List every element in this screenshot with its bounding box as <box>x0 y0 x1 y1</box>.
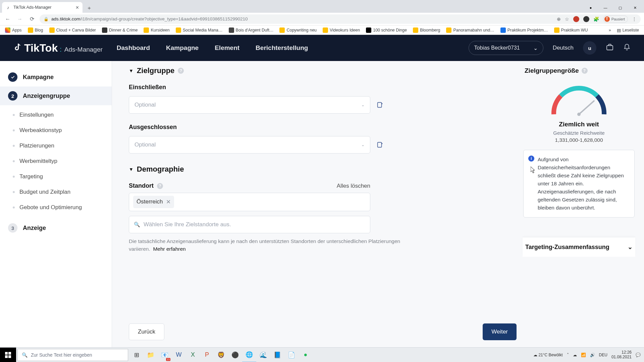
nav-campaign[interactable]: Kampagne <box>166 44 199 52</box>
taskbar-search[interactable]: 🔍 Zur Suche Text hier eingeben <box>17 349 128 361</box>
browser-tab[interactable]: ♪ TikTok Ads-Manager ✕ <box>2 2 83 13</box>
nav-reporting[interactable]: Berichterstellung <box>256 44 308 52</box>
help-icon[interactable]: ? <box>157 183 163 189</box>
user-avatar[interactable]: u <box>583 41 596 55</box>
chrome-icon[interactable]: 🌐 <box>242 348 256 362</box>
bookmark-item[interactable]: Videokurs Ideen <box>320 26 362 34</box>
obs-icon[interactable]: ⚫ <box>228 348 242 362</box>
back-button[interactable]: ← <box>3 15 12 23</box>
step-campaign[interactable]: Kampagne <box>0 68 112 86</box>
sidebar-item-budget-schedule[interactable]: Budget und Zeitplan <box>0 184 112 200</box>
bookmark-item[interactable]: Praktikum WU <box>552 26 590 34</box>
back-button[interactable]: Zurück <box>129 323 164 340</box>
bookmark-item[interactable]: Blog <box>25 26 46 34</box>
weather-widget[interactable]: ☁ 21°C Bewölkt <box>533 353 563 357</box>
chrome-account-dot[interactable]: ● <box>584 3 598 13</box>
zoom-icon[interactable]: ⊕ <box>557 16 561 22</box>
exclude-audience-select[interactable]: Optional ⌄ <box>129 136 370 154</box>
sidebar-item-targeting[interactable]: Targeting <box>0 169 112 184</box>
step-ad[interactable]: 3 Anzeige <box>0 219 112 237</box>
profile-status: Pausiert <box>611 17 625 21</box>
new-tab-button[interactable]: ＋ <box>85 3 94 13</box>
clear-all-locations-link[interactable]: Alles löschen <box>337 182 370 190</box>
language-selector[interactable]: Deutsch <box>553 45 574 51</box>
profile-chip[interactable]: T Pausiert <box>603 15 628 23</box>
file-explorer-icon[interactable]: 📁 <box>144 348 158 362</box>
powerpoint-icon[interactable]: P <box>200 348 214 362</box>
account-selector[interactable]: Tobias Becker0731 ⌄ <box>469 41 543 55</box>
task-view-icon[interactable]: ⊞ <box>129 348 144 362</box>
notepad-icon[interactable]: 📄 <box>284 348 299 362</box>
bookmark-item[interactable]: Social Media Mana… <box>173 26 225 34</box>
star-icon[interactable]: ☆ <box>565 16 569 22</box>
bookmark-item[interactable]: Copywriting neu <box>277 26 319 34</box>
bookmark-item[interactable]: Panoramabahn und… <box>444 26 496 34</box>
next-button[interactable]: Weiter <box>483 323 517 340</box>
remove-tag-icon[interactable]: ✕ <box>166 198 171 205</box>
learn-more-link[interactable]: Mehr erfahren <box>153 246 185 252</box>
sidebar-item-bidding[interactable]: Gebote und Optimierung <box>0 200 112 215</box>
bookmark-item[interactable]: Dinner & Crime <box>100 26 140 34</box>
bookmarks-overflow-icon[interactable]: » <box>609 28 611 33</box>
sidebar-item-creative-type[interactable]: Werbemitteltyp <box>0 154 112 169</box>
help-icon[interactable]: ? <box>178 68 184 74</box>
create-audience-icon[interactable] <box>376 141 384 148</box>
window-maximize-button[interactable]: ▢ <box>613 3 627 13</box>
site-icon <box>229 27 234 33</box>
extension-icon[interactable] <box>583 16 589 22</box>
forward-button[interactable]: → <box>15 15 24 23</box>
bell-icon[interactable] <box>623 44 631 53</box>
notifications-icon[interactable]: 💬 <box>636 353 641 357</box>
window-close-button[interactable]: ✕ <box>628 3 642 13</box>
bookmark-item[interactable]: Bois d'Argent Duft… <box>226 26 276 34</box>
app-icon[interactable]: 📘 <box>270 348 284 362</box>
spotify-icon[interactable]: ● <box>299 348 313 362</box>
bookmark-item[interactable]: Kursideen <box>141 26 172 34</box>
svg-rect-0 <box>607 46 613 50</box>
location-tagbox[interactable]: Österreich ✕ <box>129 193 370 211</box>
extensions-puzzle-icon[interactable]: 🧩 <box>593 16 599 22</box>
step-adgroup[interactable]: 2 Anzeigengruppe <box>0 86 112 105</box>
close-tab-icon[interactable]: ✕ <box>75 5 79 10</box>
reach-label: Geschätzte Reichweite <box>523 130 635 136</box>
edge-icon[interactable]: 🌊 <box>256 348 270 362</box>
section-demographics-header[interactable]: ▼ Demographie <box>129 165 517 174</box>
nav-element[interactable]: Element <box>215 44 239 52</box>
nav-dashboard[interactable]: Dashboard <box>117 44 150 52</box>
location-search-input[interactable]: 🔍 Wählen Sie Ihre Zielstandorte aus. <box>129 216 370 233</box>
sidebar-item-settings[interactable]: Einstellungen <box>0 107 112 123</box>
create-audience-icon[interactable] <box>376 101 384 109</box>
address-bar[interactable]: 🔒 ads.tiktok.com/i18n/campaign/ad-group/… <box>40 14 641 24</box>
section-audience-header[interactable]: ▼ Zielgruppe ? <box>129 66 517 75</box>
extension-adblock-icon[interactable] <box>573 16 579 22</box>
language-indicator[interactable]: DEU <box>599 353 607 357</box>
brand-logo[interactable]: TikTok : Ads-Manager <box>13 42 103 54</box>
tray-chevron-icon[interactable]: ˄ <box>567 353 569 357</box>
targeting-summary-toggle[interactable]: Targeting-Zusammenfassung ⌄ <box>523 237 635 257</box>
wifi-icon[interactable]: 📶 <box>581 353 586 357</box>
folder-icon <box>279 27 285 33</box>
sidebar-item-placements[interactable]: Platzierungen <box>0 138 112 154</box>
bookmark-item[interactable]: Praktikum Projektm… <box>498 26 550 34</box>
clock[interactable]: 12:26 01.08.2021 <box>611 350 632 360</box>
volume-icon[interactable]: 🔊 <box>590 353 595 357</box>
bookmark-apps[interactable]: Apps <box>3 26 24 34</box>
menu-kebab-icon[interactable]: ⋮ <box>632 16 637 22</box>
chevron-down-icon: ⌄ <box>533 45 538 51</box>
bookmark-item[interactable]: Bloomberg <box>411 26 442 34</box>
reload-button[interactable]: ⟳ <box>28 15 36 23</box>
window-minimize-button[interactable]: — <box>598 3 612 13</box>
start-button[interactable] <box>0 348 16 362</box>
word-icon[interactable]: W <box>172 348 186 362</box>
bookmark-item[interactable]: Cloud + Canva Bilder <box>47 26 98 34</box>
briefcase-icon[interactable] <box>606 43 614 53</box>
reading-list-button[interactable]: ▤Leseliste <box>614 27 641 34</box>
include-audience-select[interactable]: Optional ⌄ <box>129 96 370 114</box>
help-icon[interactable]: ? <box>582 68 588 74</box>
excel-icon[interactable]: X <box>186 348 200 362</box>
bookmark-item[interactable]: 100 schöne Dinge <box>364 26 409 34</box>
sidebar-item-promotion-type[interactable]: Werbeaktionstyp <box>0 123 112 138</box>
onedrive-icon[interactable]: ☁ <box>573 353 577 357</box>
brave-icon[interactable]: 🦁 <box>214 348 228 362</box>
mail-icon[interactable]: 📧23 <box>158 348 172 362</box>
